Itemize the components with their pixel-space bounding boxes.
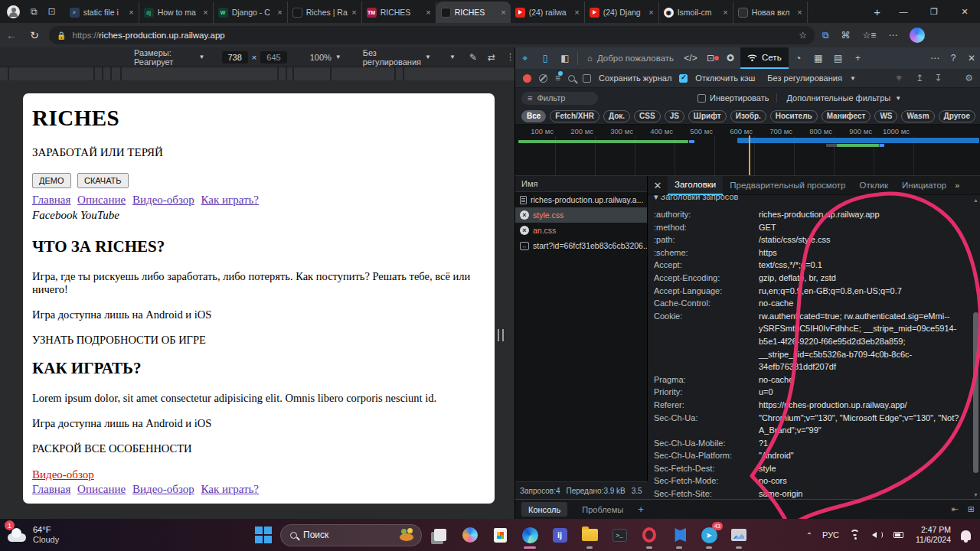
- type-filter-ws[interactable]: WS: [874, 110, 897, 122]
- more-filters-dropdown[interactable]: Дополнительные фильтры ▼: [776, 93, 901, 103]
- close-window-button[interactable]: ✕: [949, 0, 980, 23]
- minimize-button[interactable]: —: [888, 0, 919, 23]
- teams-app-icon[interactable]: ij: [550, 526, 569, 544]
- tab-how-to[interactable]: djHow to ma×: [139, 2, 214, 23]
- request-row-style-css[interactable]: × style.css: [515, 207, 647, 223]
- copilot-icon[interactable]: [910, 28, 925, 43]
- disable-cache-checkbox[interactable]: [679, 74, 688, 83]
- refresh-icon[interactable]: ↻: [23, 29, 46, 41]
- edge-app-icon[interactable]: [521, 526, 539, 544]
- tab-riches-tm[interactable]: TMRICHES×: [362, 2, 436, 23]
- url-bar[interactable]: 🔒 https://riches-production.up.railway.a…: [49, 26, 815, 44]
- tab-new[interactable]: Новая вкл×: [733, 2, 808, 23]
- dock-side-icon[interactable]: ◧: [555, 53, 575, 64]
- favorite-star-icon[interactable]: ☆: [799, 30, 807, 41]
- devtools-help-icon[interactable]: ?: [944, 53, 962, 64]
- demo-button[interactable]: ДЕМО: [32, 173, 71, 188]
- tab-youtube-django[interactable]: (24) Djang×: [585, 2, 659, 23]
- nav-link-video[interactable]: Видео-обзор: [132, 194, 194, 206]
- tab-static-file[interactable]: ⌕static file i×: [65, 2, 139, 23]
- throttling-dropdown[interactable]: Без регулирования: [767, 73, 842, 83]
- hidden-icons-chevron[interactable]: ⌃: [806, 531, 812, 540]
- throttling-select[interactable]: Без регулирования▼: [363, 48, 431, 67]
- type-filter-manifest[interactable]: Манифест: [822, 110, 871, 122]
- notification-bell-icon[interactable]: [961, 530, 971, 540]
- extensions-icon[interactable]: ⌘: [841, 30, 851, 41]
- nav-link-video[interactable]: Видео-обзор: [132, 483, 194, 495]
- application-icon[interactable]: ▤: [828, 53, 848, 64]
- viewport-width-input[interactable]: 738: [222, 51, 248, 64]
- weather-widget[interactable]: 1 64°F Cloudy: [8, 525, 122, 545]
- type-filter-doc[interactable]: Док.: [603, 110, 630, 122]
- opera-app-icon[interactable]: [640, 526, 658, 544]
- device-emulation-icon[interactable]: ▯: [535, 53, 555, 64]
- type-filter-img[interactable]: Изобр.: [730, 110, 766, 122]
- record-icon[interactable]: [523, 74, 531, 83]
- request-headers-section[interactable]: ▾ Заголовки запросов: [648, 195, 980, 205]
- microsoft-store-icon[interactable]: [491, 526, 509, 544]
- tab-headers[interactable]: Заголовки: [668, 176, 723, 195]
- memory-icon[interactable]: ▦: [808, 53, 828, 64]
- nav-link-about[interactable]: Описание: [77, 483, 126, 495]
- tab-close-icon[interactable]: ×: [426, 8, 430, 17]
- tab-riches-active[interactable]: RICHES×: [436, 2, 511, 23]
- viewport-resize-handle-right[interactable]: [498, 329, 504, 341]
- devtools-more-icon[interactable]: ⋯: [926, 53, 944, 64]
- favorites-bar-icon[interactable]: ☆≡: [863, 30, 877, 41]
- tab-django[interactable]: WDjango - C×: [214, 2, 288, 23]
- extra-caret-icon[interactable]: ▼: [449, 54, 456, 60]
- network-conditions-icon[interactable]: ᯤ: [896, 73, 905, 83]
- drawer-expand-icon[interactable]: ⊞: [968, 504, 975, 514]
- type-filter-css[interactable]: CSS: [634, 110, 661, 122]
- scroll-up-icon[interactable]: ▲: [973, 197, 978, 203]
- drawer-dock-icon[interactable]: ⇤: [952, 504, 959, 514]
- filter-toggle-icon[interactable]: ≡: [555, 73, 560, 83]
- copilot-app-icon[interactable]: [461, 526, 479, 544]
- terminal-app-icon[interactable]: >_: [610, 526, 629, 544]
- request-row-an-css[interactable]: × an.css: [515, 223, 647, 238]
- back-icon[interactable]: ←: [0, 29, 23, 41]
- sources-icon[interactable]: </>: [681, 53, 701, 64]
- type-filter-xhr[interactable]: Fetch/XHR: [550, 110, 599, 122]
- video-review-link[interactable]: Видео-обзор: [32, 468, 94, 481]
- clock[interactable]: 2:47 PM 11/6/2024: [916, 525, 951, 545]
- type-filter-font[interactable]: Шрифт: [688, 110, 727, 122]
- preserve-log-checkbox[interactable]: [583, 74, 591, 83]
- file-explorer-icon[interactable]: [580, 526, 599, 544]
- pen-icon[interactable]: ✎: [469, 52, 477, 63]
- performance-icon[interactable]: ◔: [789, 53, 808, 64]
- nav-link-home[interactable]: Главная: [32, 194, 70, 206]
- device-more-icon[interactable]: ⋮: [506, 52, 514, 62]
- filter-input[interactable]: ≡ Фильтр: [521, 92, 598, 105]
- tab-actions-icon[interactable]: ⊡: [48, 6, 56, 17]
- network-settings-gear-icon[interactable]: ⚙: [965, 73, 973, 83]
- devtools-close-icon[interactable]: ✕: [962, 53, 980, 64]
- dimensions-select[interactable]: Размеры: Реагирует▼: [134, 48, 205, 67]
- export-har-icon[interactable]: ↧: [934, 73, 942, 83]
- rotate-device-icon[interactable]: ⇄: [488, 52, 495, 63]
- tab-close-icon[interactable]: ×: [501, 8, 505, 17]
- scroll-down-icon[interactable]: ▼: [973, 492, 978, 497]
- details-more-tabs-icon[interactable]: »: [955, 181, 959, 190]
- network-search-icon[interactable]: [568, 75, 575, 82]
- profile-avatar[interactable]: [7, 5, 20, 18]
- workspaces-icon[interactable]: ⧉: [31, 6, 38, 17]
- request-row-document[interactable]: riches-production.up.railway.a...: [515, 192, 647, 207]
- tab-console[interactable]: Консоль: [521, 502, 567, 517]
- name-column-header[interactable]: Имя: [515, 176, 647, 192]
- tab-close-icon[interactable]: ×: [277, 8, 282, 17]
- start-button[interactable]: [254, 526, 273, 544]
- tab-response[interactable]: Отклик: [853, 176, 896, 195]
- tab-close-icon[interactable]: ×: [203, 8, 207, 17]
- invert-checkbox[interactable]: [697, 94, 706, 103]
- details-scrollbar[interactable]: ▲ ▼: [972, 197, 980, 497]
- tab-preview[interactable]: Предварительный просмотр: [723, 176, 852, 195]
- type-filter-media[interactable]: Носитель: [770, 110, 818, 122]
- vscode-app-icon[interactable]: [670, 526, 688, 544]
- tab-close-icon[interactable]: ×: [648, 8, 653, 17]
- tab-network[interactable]: Сеть: [740, 47, 789, 69]
- tab-close-icon[interactable]: ×: [351, 8, 356, 17]
- volume-icon[interactable]: [871, 530, 884, 540]
- tab-riches-railway[interactable]: Riches | Ra×: [288, 2, 362, 23]
- zoom-select[interactable]: 100%▼: [310, 53, 341, 62]
